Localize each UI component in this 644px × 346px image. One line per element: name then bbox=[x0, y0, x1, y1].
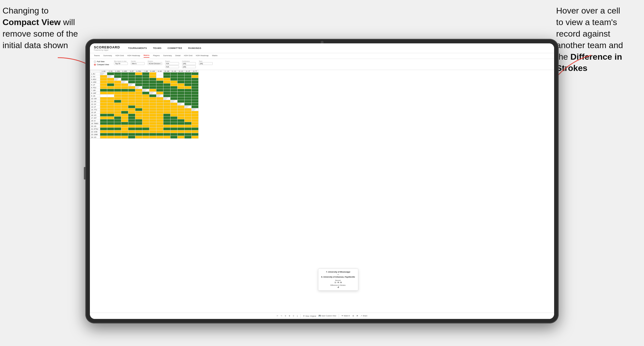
subnav-matrix[interactable]: Matrix bbox=[144, 54, 150, 58]
matrix-cell[interactable] bbox=[156, 89, 163, 92]
matrix-cell[interactable] bbox=[163, 86, 170, 89]
matrix-cell[interactable] bbox=[121, 86, 128, 89]
matrix-cell[interactable] bbox=[170, 106, 178, 108]
subnav-h2h-heatmap2[interactable]: H2H Heatmap bbox=[196, 54, 209, 57]
matrix-cell[interactable] bbox=[100, 89, 107, 92]
toolbar-zoom-fit[interactable]: ⊙ bbox=[293, 315, 294, 317]
matrix-cell[interactable] bbox=[163, 103, 170, 106]
matrix-cell[interactable] bbox=[156, 125, 163, 128]
matrix-cell[interactable] bbox=[100, 83, 107, 86]
matrix-cell[interactable] bbox=[178, 81, 185, 83]
matrix-cell[interactable] bbox=[135, 97, 142, 100]
subnav-h2h-heatmap[interactable]: H2H Heatmap bbox=[127, 54, 140, 57]
matrix-cell[interactable] bbox=[163, 83, 170, 86]
matrix-cell[interactable] bbox=[149, 108, 156, 111]
matrix-cell[interactable] bbox=[156, 92, 163, 95]
subnav-h2h-grid[interactable]: H2H Grid bbox=[115, 54, 124, 57]
matrix-cell[interactable] bbox=[128, 136, 135, 139]
matrix-cell[interactable] bbox=[192, 83, 199, 86]
matrix-cell[interactable] bbox=[178, 83, 185, 86]
matrix-cell[interactable] bbox=[135, 117, 142, 119]
matrix-cell[interactable] bbox=[185, 128, 192, 130]
matrix-cell[interactable] bbox=[114, 111, 121, 114]
matrix-cell[interactable] bbox=[185, 95, 192, 97]
matrix-cell[interactable] bbox=[185, 125, 192, 128]
matrix-cell[interactable] bbox=[142, 89, 149, 92]
matrix-cell[interactable] bbox=[128, 83, 135, 86]
matrix-cell[interactable] bbox=[178, 108, 185, 111]
toolbar-watch[interactable]: 👁 Watch ▾ bbox=[341, 315, 350, 317]
matrix-cell[interactable] bbox=[185, 108, 192, 111]
region-sub-select[interactable]: N/A bbox=[165, 65, 179, 68]
matrix-cell[interactable] bbox=[114, 103, 121, 106]
matrix-cell[interactable] bbox=[170, 125, 178, 128]
matrix-cell[interactable] bbox=[185, 92, 192, 95]
matrix-cell[interactable] bbox=[149, 130, 156, 133]
matrix-cell[interactable] bbox=[128, 103, 135, 106]
matrix-cell[interactable] bbox=[121, 81, 128, 83]
toolbar-save-custom[interactable]: 💾 Save Custom View bbox=[319, 315, 336, 317]
subnav-summary2[interactable]: Summary bbox=[163, 54, 172, 57]
matrix-cell[interactable] bbox=[170, 122, 178, 125]
matrix-cell[interactable] bbox=[156, 81, 163, 83]
matrix-cell[interactable] bbox=[170, 75, 178, 78]
matrix-cell[interactable] bbox=[107, 106, 114, 108]
matrix-cell[interactable] bbox=[185, 72, 192, 75]
matrix-cell[interactable] bbox=[128, 75, 135, 78]
toolbar-redo[interactable]: ↪ bbox=[281, 315, 282, 317]
conference-sub-select[interactable]: (All) bbox=[182, 65, 196, 68]
matrix-cell[interactable] bbox=[163, 122, 170, 125]
matrix-cell[interactable] bbox=[163, 106, 170, 108]
matrix-cell[interactable] bbox=[114, 97, 121, 100]
matrix-cell[interactable] bbox=[149, 78, 156, 81]
matrix-cell[interactable] bbox=[156, 119, 163, 122]
matrix-cell[interactable] bbox=[163, 111, 170, 114]
matrix-cell[interactable] bbox=[135, 119, 142, 122]
matrix-cell[interactable] bbox=[100, 81, 107, 83]
matrix-cell[interactable] bbox=[142, 108, 149, 111]
matrix-cell[interactable] bbox=[121, 128, 128, 130]
matrix-cell[interactable] bbox=[107, 92, 114, 95]
matrix-cell[interactable] bbox=[142, 81, 149, 83]
division-select[interactable]: NCAA Division I bbox=[148, 62, 162, 65]
matrix-cell[interactable] bbox=[163, 108, 170, 111]
matrix-cell[interactable] bbox=[149, 106, 156, 108]
matrix-cell[interactable] bbox=[149, 81, 156, 83]
matrix-cell[interactable] bbox=[156, 106, 163, 108]
matrix-cell[interactable] bbox=[149, 128, 156, 130]
matrix-cell[interactable] bbox=[107, 122, 114, 125]
matrix-cell[interactable] bbox=[114, 72, 121, 75]
matrix-cell[interactable] bbox=[135, 100, 142, 103]
matrix-cell[interactable] bbox=[142, 103, 149, 106]
matrix-cell[interactable] bbox=[142, 128, 149, 130]
matrix-cell[interactable] bbox=[185, 81, 192, 83]
matrix-cell[interactable] bbox=[142, 119, 149, 122]
matrix-cell[interactable] bbox=[163, 89, 170, 92]
matrix-cell[interactable] bbox=[135, 128, 142, 130]
matrix-cell[interactable] bbox=[192, 92, 199, 95]
matrix-cell[interactable] bbox=[149, 92, 156, 95]
matrix-cell[interactable] bbox=[149, 103, 156, 106]
nav-teams[interactable]: TEAMS bbox=[153, 47, 161, 49]
matrix-cell[interactable] bbox=[163, 81, 170, 83]
matrix-cell[interactable] bbox=[163, 130, 170, 133]
matrix-cell[interactable] bbox=[107, 111, 114, 114]
matrix-cell[interactable] bbox=[142, 95, 149, 97]
conference-select[interactable]: (All) bbox=[182, 62, 196, 65]
matrix-cell[interactable] bbox=[100, 72, 107, 75]
matrix-cell[interactable] bbox=[156, 111, 163, 114]
matrix-cell[interactable] bbox=[178, 111, 185, 114]
matrix-cell[interactable] bbox=[100, 86, 107, 89]
matrix-cell[interactable] bbox=[100, 108, 107, 111]
matrix-cell[interactable] bbox=[100, 117, 107, 119]
matrix-cell[interactable] bbox=[100, 106, 107, 108]
matrix-cell[interactable] bbox=[185, 97, 192, 100]
region-select[interactable]: N/A bbox=[165, 62, 179, 65]
matrix-cell[interactable] bbox=[114, 128, 121, 130]
matrix-cell[interactable] bbox=[114, 100, 121, 103]
matrix-cell[interactable] bbox=[170, 114, 178, 117]
matrix-cell[interactable] bbox=[185, 130, 192, 133]
matrix-cell[interactable] bbox=[107, 136, 114, 139]
matrix-cell[interactable] bbox=[178, 86, 185, 89]
matrix-cell[interactable] bbox=[185, 136, 192, 139]
